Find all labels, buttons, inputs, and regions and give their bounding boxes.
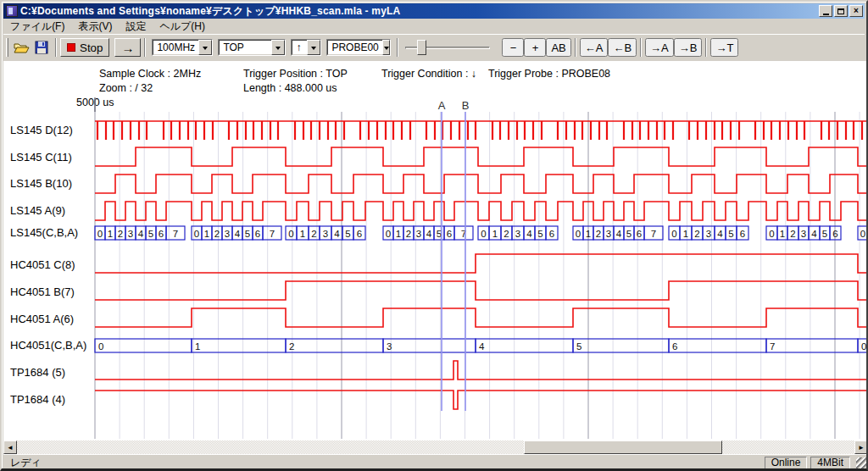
bus-value: 4	[616, 229, 622, 239]
bus-value: 2	[311, 229, 316, 239]
bus-value: 3	[387, 341, 392, 352]
minimize-icon	[823, 14, 829, 15]
bus-value: 5	[728, 229, 733, 239]
goto-cursor-a-button[interactable]: ←A	[580, 38, 609, 57]
bus-value: 2	[118, 229, 123, 239]
resize-grip[interactable]	[856, 457, 867, 468]
toolbar-separator	[640, 38, 642, 57]
online-status-badge: Online	[765, 457, 808, 469]
waveform-trace	[95, 147, 868, 166]
goto-trigger-button[interactable]: →T	[710, 38, 738, 57]
set-cursor-a-button[interactable]: →A	[645, 38, 674, 57]
waveform-trace	[95, 202, 868, 220]
close-icon: ×	[854, 7, 859, 15]
clock-select[interactable]: 100MHz	[152, 39, 213, 56]
waveform-trace	[95, 281, 868, 300]
chevron-down-icon[interactable]	[382, 40, 391, 55]
scrollbar-thumb[interactable]	[524, 441, 722, 454]
waveform-trace	[95, 361, 868, 380]
bus-value: 6	[549, 229, 554, 239]
close-button[interactable]: ×	[849, 5, 863, 17]
bus-value: 5	[345, 229, 350, 239]
bus-value: 7	[651, 229, 656, 239]
trigger-position-value: TOP	[219, 40, 271, 55]
scroll-right-button[interactable]: ►	[854, 441, 868, 454]
bus-value: 2	[406, 229, 411, 239]
bus-cell	[286, 339, 383, 352]
waveform-trace	[95, 175, 868, 193]
bus-value: 1	[780, 229, 785, 239]
zoom-slider-thumb[interactable]	[417, 40, 426, 55]
bus-value: 0	[481, 229, 486, 239]
bus-value: 6	[672, 341, 677, 352]
waveform-trace	[95, 254, 868, 273]
horizontal-scrollbar[interactable]: ◄ ►	[3, 441, 868, 454]
zoom-ab-button[interactable]: AB	[546, 38, 570, 57]
bus-value: 3	[416, 229, 421, 239]
bus-value: 0	[97, 229, 103, 239]
probe-select[interactable]: PROBE00	[326, 39, 391, 56]
zoom-slider[interactable]	[405, 38, 490, 57]
chevron-down-icon[interactable]	[271, 40, 285, 55]
set-cursor-b-button[interactable]: →B	[674, 38, 703, 57]
bus-value: 6	[357, 229, 362, 239]
status-bar: レディ Online 4MBit	[3, 454, 868, 470]
bus-value: 7	[173, 229, 178, 239]
bus-value: 4	[479, 341, 485, 352]
menu-settings[interactable]: 設定	[119, 19, 153, 35]
chevron-down-icon[interactable]	[198, 40, 212, 55]
menu-help[interactable]: ヘルプ(H)	[153, 19, 212, 35]
waveform-client-area: Sample Clock : 2MHz Trigger Position : T…	[3, 61, 868, 441]
goto-cursor-b-button[interactable]: ←B	[608, 38, 637, 57]
bus-value: 4	[717, 229, 723, 239]
bus-value: 6	[832, 229, 837, 239]
run-button[interactable]: →	[114, 38, 141, 57]
probe-value: PROBE00	[327, 40, 381, 55]
bus-value: 0	[671, 229, 676, 239]
bus-value: 1	[195, 341, 200, 352]
trigger-edge-select[interactable]: ↑	[291, 39, 321, 56]
bus-value: 3	[606, 229, 611, 239]
bus-cell	[383, 339, 476, 352]
bus-value: 5	[626, 229, 632, 239]
bus-cell	[95, 339, 192, 352]
bus-value: 4	[526, 229, 532, 239]
app-icon	[6, 5, 18, 17]
waveform-svg: 0123456701234567012345601234567012345601…	[3, 61, 868, 441]
bus-cell	[476, 339, 573, 352]
bus-value: 6	[159, 229, 164, 239]
bus-value: 3	[515, 229, 520, 239]
bus-value: 6	[740, 229, 745, 239]
stop-icon	[67, 43, 75, 52]
bus-value: 0	[576, 229, 581, 239]
save-button[interactable]	[31, 38, 52, 57]
bus-value: 2	[289, 341, 294, 352]
bus-value: 3	[323, 229, 328, 239]
title-bar: C:¥Documents and Settings¥noname¥デスクトップ¥…	[3, 3, 865, 19]
trigger-position-select[interactable]: TOP	[218, 39, 286, 56]
minimize-button[interactable]	[819, 5, 832, 17]
chevron-down-icon[interactable]	[307, 40, 320, 55]
scroll-right-icon: ►	[858, 444, 865, 452]
bus-value: 2	[214, 229, 220, 239]
bus-value: 0	[98, 341, 103, 352]
clock-value: 100MHz	[153, 40, 198, 55]
status-message: レディ	[3, 456, 765, 470]
maximize-button[interactable]	[834, 5, 848, 17]
toolbar-separator	[55, 38, 57, 57]
bus-value: 1	[586, 229, 591, 239]
scroll-left-button[interactable]: ◄	[3, 441, 17, 454]
stop-button[interactable]: Stop	[60, 38, 109, 57]
menu-file[interactable]: ファイル(F)	[3, 19, 71, 35]
toolbar: Stop → 100MHz TOP ↑ PROBE00 − +	[3, 34, 865, 60]
menu-view[interactable]: 表示(V)	[71, 19, 119, 35]
menu-bar: ファイル(F) 表示(V) 設定 ヘルプ(H)	[3, 19, 865, 34]
scrollbar-track[interactable]	[17, 441, 854, 454]
waveform-trace	[95, 391, 868, 409]
bus-value: 1	[396, 229, 401, 239]
bus-value: 0	[769, 229, 774, 239]
zoom-out-button[interactable]: −	[502, 38, 524, 57]
bus-value: 0	[386, 229, 391, 239]
open-file-button[interactable]	[11, 38, 31, 57]
zoom-in-button[interactable]: +	[524, 38, 546, 57]
